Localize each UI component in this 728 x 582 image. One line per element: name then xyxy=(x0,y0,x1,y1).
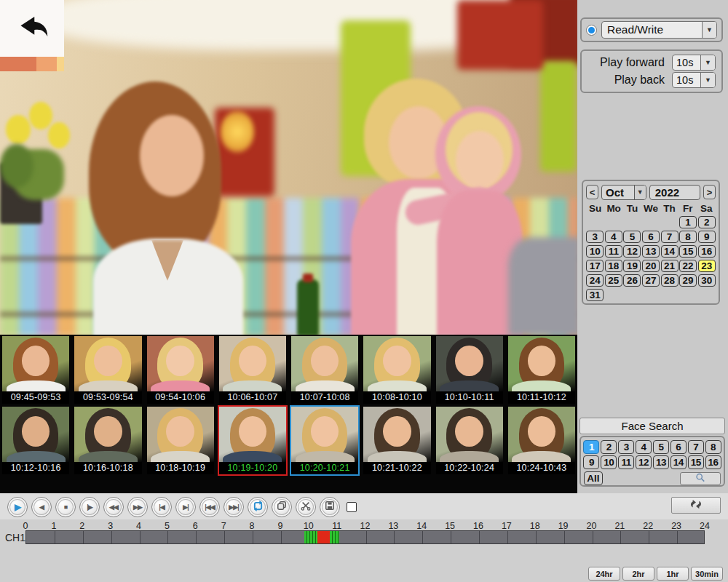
face-result-cell[interactable]: 10:22-10:24 xyxy=(435,405,505,476)
calendar-day-8[interactable]: 8 xyxy=(679,231,697,243)
channel-button-1[interactable]: 1 xyxy=(583,440,599,454)
channel-button-3[interactable]: 3 xyxy=(618,440,634,454)
calendar-day-14[interactable]: 14 xyxy=(661,245,678,258)
chevron-down-icon[interactable]: ▼ xyxy=(702,22,716,38)
calendar-day-26[interactable]: 26 xyxy=(623,274,641,287)
face-result-cell[interactable]: 10:12-10:16 xyxy=(1,405,71,476)
range-button-2hr[interactable]: 2hr xyxy=(622,567,654,581)
face-result-cell[interactable]: 10:11-10:12 xyxy=(507,335,577,405)
calendar-day-21[interactable]: 21 xyxy=(661,260,678,272)
calendar-day-3[interactable]: 3 xyxy=(586,231,604,243)
calendar-month-dropdown[interactable]: Oct ▼ xyxy=(601,185,646,200)
calendar-day-4[interactable]: 4 xyxy=(605,231,622,243)
calendar-day-28[interactable]: 28 xyxy=(661,274,678,287)
face-result-cell[interactable]: 10:18-10:19 xyxy=(146,405,215,476)
face-result-cell[interactable]: 10:07-10:08 xyxy=(290,335,360,405)
calendar-day-17[interactable]: 17 xyxy=(586,260,604,272)
calendar-day-6[interactable]: 6 xyxy=(642,231,660,243)
calendar-day-24[interactable]: 24 xyxy=(586,274,604,287)
range-button-30min[interactable]: 30min xyxy=(691,567,723,581)
calendar-day-18[interactable]: 18 xyxy=(605,260,622,272)
channel-button-9[interactable]: 9 xyxy=(583,455,599,469)
play-forward-select[interactable]: 10s ▼ xyxy=(672,55,716,71)
channel-swap-button[interactable] xyxy=(671,497,721,514)
step-play-button[interactable]: |▶ xyxy=(79,497,100,517)
chevron-down-icon[interactable]: ▼ xyxy=(634,186,646,199)
first-record-button[interactable]: |◀◀ xyxy=(199,497,220,517)
face-result-cell[interactable]: 09:54-10:06 xyxy=(146,335,215,405)
calendar-day-19[interactable]: 19 xyxy=(623,260,641,272)
play-back-select[interactable]: 10s ▼ xyxy=(672,72,716,88)
mode-dropdown[interactable]: Read/Write ▼ xyxy=(601,21,717,39)
calendar-day-9[interactable]: 9 xyxy=(698,231,716,243)
calendar-day-29[interactable]: 29 xyxy=(679,274,697,287)
range-button-24hr[interactable]: 24hr xyxy=(588,567,620,581)
face-result-cell[interactable]: 10:06-10:07 xyxy=(218,335,288,405)
play-button[interactable]: ▶ xyxy=(7,497,28,517)
face-result-cell[interactable]: 10:16-10:18 xyxy=(73,405,143,476)
calendar-day-23[interactable]: 23 xyxy=(698,260,716,272)
face-search-title[interactable]: Face Search xyxy=(579,418,725,434)
channel-button-16[interactable]: 16 xyxy=(705,455,721,469)
calendar-day-1[interactable]: 1 xyxy=(679,216,697,228)
calendar-prev-button[interactable]: < xyxy=(586,185,598,199)
calendar-day-7[interactable]: 7 xyxy=(661,231,678,243)
calendar-day-25[interactable]: 25 xyxy=(605,274,622,287)
calendar-day-13[interactable]: 13 xyxy=(642,245,660,258)
channel-button-2[interactable]: 2 xyxy=(601,440,617,454)
channel-button-14[interactable]: 14 xyxy=(670,455,687,469)
back-button[interactable] xyxy=(0,0,64,57)
channel-button-8[interactable]: 8 xyxy=(705,440,721,454)
stop-button[interactable]: ■ xyxy=(55,497,76,517)
calendar-day-20[interactable]: 20 xyxy=(642,260,660,272)
multi-window-button[interactable] xyxy=(272,497,292,517)
channel-button-5[interactable]: 5 xyxy=(653,440,669,454)
last-record-button[interactable]: ▶▶| xyxy=(223,497,244,517)
face-result-cell[interactable]: 10:24-10:43 xyxy=(507,405,577,476)
calendar-day-11[interactable]: 11 xyxy=(605,245,622,258)
chevron-down-icon[interactable]: ▼ xyxy=(700,73,715,87)
fast-forward-button[interactable]: ▶▶ xyxy=(127,497,148,517)
loop-button[interactable] xyxy=(248,497,268,517)
prev-frame-button[interactable]: |◀ xyxy=(151,497,172,517)
rewind-button[interactable]: ◀◀ xyxy=(103,497,124,517)
save-button[interactable] xyxy=(320,497,340,517)
face-result-cell[interactable]: 10:20-10:21 xyxy=(290,405,360,476)
face-result-cell[interactable]: 10:19-10:20 xyxy=(218,405,288,476)
calendar-day-30[interactable]: 30 xyxy=(698,274,716,287)
next-frame-button[interactable]: ▶| xyxy=(175,497,196,517)
all-channels-button[interactable]: All xyxy=(584,471,603,485)
channel-button-6[interactable]: 6 xyxy=(670,440,687,454)
calendar-day-10[interactable]: 10 xyxy=(586,245,604,258)
channel-button-4[interactable]: 4 xyxy=(636,440,652,454)
mode-radio[interactable] xyxy=(586,25,597,36)
channel-button-11[interactable]: 11 xyxy=(618,455,634,469)
play-reverse-button[interactable]: ◀ xyxy=(31,497,52,517)
calendar-day-15[interactable]: 15 xyxy=(679,245,697,258)
calendar-day-16[interactable]: 16 xyxy=(698,245,716,258)
calendar-day-22[interactable]: 22 xyxy=(679,260,697,272)
calendar-day-31[interactable]: 31 xyxy=(586,289,604,301)
chevron-down-icon[interactable]: ▼ xyxy=(700,55,715,70)
channel-button-7[interactable]: 7 xyxy=(688,440,704,454)
channel-button-13[interactable]: 13 xyxy=(653,455,669,469)
calendar-day-2[interactable]: 2 xyxy=(698,216,716,228)
channel-button-10[interactable]: 10 xyxy=(601,455,617,469)
face-result-cell[interactable]: 10:10-10:11 xyxy=(435,335,505,405)
face-result-cell[interactable]: 09:53-09:54 xyxy=(73,335,143,405)
range-button-1hr[interactable]: 1hr xyxy=(657,567,689,581)
channel-button-12[interactable]: 12 xyxy=(636,455,652,469)
face-result-cell[interactable]: 10:21-10:22 xyxy=(362,405,432,476)
face-search-button[interactable] xyxy=(680,472,721,485)
clip-checkbox[interactable] xyxy=(347,502,357,512)
face-result-cell[interactable]: 10:08-10:10 xyxy=(362,335,432,405)
channel-button-15[interactable]: 15 xyxy=(688,455,704,469)
clip-button[interactable] xyxy=(296,497,316,517)
calendar-year-field[interactable]: 2022 xyxy=(649,185,700,200)
calendar-day-27[interactable]: 27 xyxy=(642,274,660,287)
calendar-next-button[interactable]: > xyxy=(703,185,716,199)
calendar-day-12[interactable]: 12 xyxy=(623,245,641,258)
face-result-cell[interactable]: 09:45-09:53 xyxy=(1,335,71,405)
calendar-day-5[interactable]: 5 xyxy=(623,231,641,243)
timeline-track[interactable] xyxy=(25,530,705,544)
